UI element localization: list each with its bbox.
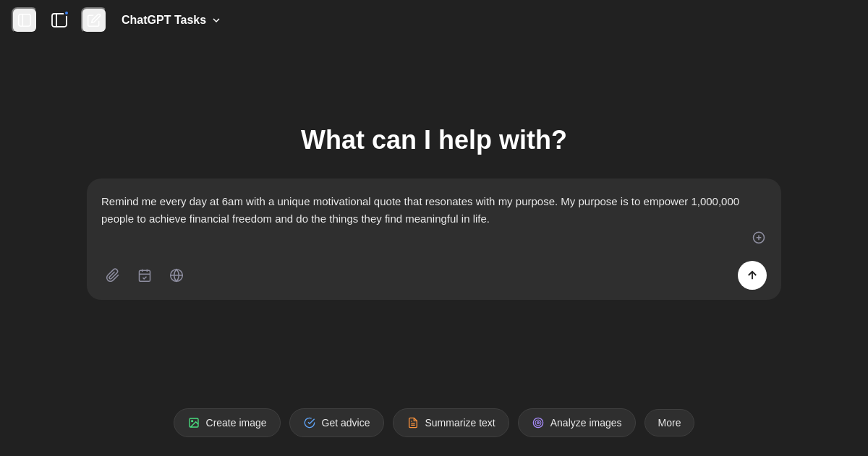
create-image-pill[interactable]: Create image	[174, 408, 281, 437]
input-text-content[interactable]: Remind me every day at 6am with a unique…	[101, 193, 767, 251]
create-image-icon	[187, 416, 200, 429]
web-search-button[interactable]	[165, 264, 188, 287]
summarize-text-label: Summarize text	[425, 417, 495, 429]
notification-dot	[64, 10, 69, 16]
globe-icon	[169, 268, 184, 283]
analyze-icon	[532, 416, 545, 429]
paperclip-icon	[106, 268, 120, 283]
main-content: What can I help with? Remind me every da…	[0, 40, 868, 456]
input-area: Remind me every day at 6am with a unique…	[87, 178, 781, 300]
header-title: ChatGPT Tasks	[122, 14, 206, 27]
analyze-images-label: Analyze images	[550, 417, 622, 429]
more-label: More	[658, 417, 681, 429]
expand-icon[interactable]	[751, 229, 767, 245]
svg-rect-3	[52, 14, 67, 27]
svg-rect-8	[140, 270, 150, 281]
summarize-text-pill[interactable]: Summarize text	[393, 408, 509, 437]
sidebar-toggle-button[interactable]: .	[12, 7, 38, 33]
create-image-label: Create image	[206, 417, 267, 429]
svg-point-19	[537, 422, 539, 424]
svg-point-20	[535, 420, 541, 426]
suggestion-pills: Create image Get advice Summarize text	[0, 398, 868, 456]
send-button[interactable]	[738, 261, 767, 290]
page-title: What can I help with?	[301, 125, 567, 155]
svg-point-16	[191, 421, 192, 422]
edit-button[interactable]	[81, 7, 107, 33]
input-toolbar	[101, 261, 767, 290]
get-advice-icon	[303, 416, 316, 429]
more-pill[interactable]: More	[644, 409, 695, 436]
sidebar-icon-wrapper[interactable]	[46, 7, 72, 33]
get-advice-label: Get advice	[322, 417, 370, 429]
analyze-images-pill[interactable]: Analyze images	[518, 408, 636, 437]
summarize-icon	[407, 416, 420, 429]
send-icon	[746, 269, 759, 282]
tasks-button[interactable]	[133, 264, 156, 287]
header: . ChatGPT Tasks	[0, 0, 868, 40]
toolbar-left	[101, 264, 188, 287]
chevron-down-icon	[210, 14, 222, 26]
title-dropdown-button[interactable]: ChatGPT Tasks	[116, 11, 228, 30]
calendar-icon	[137, 268, 152, 283]
attach-button[interactable]	[101, 264, 124, 287]
get-advice-pill[interactable]: Get advice	[289, 408, 384, 437]
